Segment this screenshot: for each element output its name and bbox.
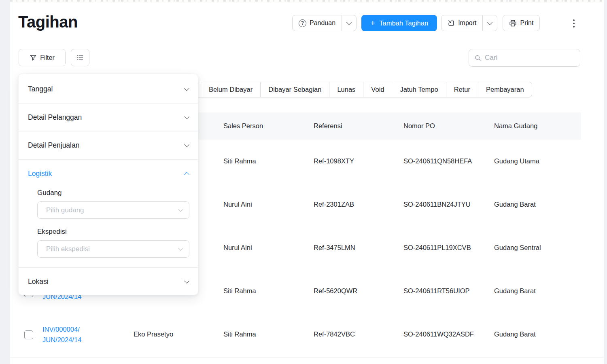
- ekspedisi-label: Ekspedisi: [37, 228, 67, 236]
- cell-nama-gudang: Gudang Utama: [494, 140, 539, 183]
- cell-nomor-po: SO-240611RT56UIOP: [403, 269, 470, 313]
- plus-icon: +: [370, 19, 375, 27]
- gudang-placeholder: Pilih gudang: [46, 206, 84, 214]
- chevron-down-icon: [488, 20, 493, 25]
- filter-section-lokasi[interactable]: Lokasi: [19, 267, 198, 296]
- column-header-referensi: Referensi: [314, 112, 342, 140]
- tab-jatuh-tempo[interactable]: Jatuh Tempo: [392, 82, 446, 97]
- more-actions-button[interactable]: [571, 17, 577, 30]
- tab-void[interactable]: Void: [363, 82, 392, 97]
- ekspedisi-placeholder: Pilih ekspedisi: [46, 245, 90, 253]
- invoice-link[interactable]: INV/000004/ JUN/2024/14: [42, 324, 81, 345]
- search-input[interactable]: [485, 54, 574, 62]
- cell-nomor-po: SO-240611QN58HEFA: [403, 140, 472, 183]
- cell-nama-gudang: Gudang Barat: [494, 313, 536, 356]
- cell-sales-person: Siti Rahma: [223, 269, 256, 313]
- chevron-down-icon: [184, 278, 189, 284]
- header-actions: ? Panduan + Tambah Tagihan Import Pri: [292, 15, 540, 31]
- cell-referensi: Ref-2301ZAB: [314, 183, 354, 226]
- search-icon: [475, 54, 481, 62]
- tab-pembayaran[interactable]: Pembayaran: [478, 82, 532, 97]
- tab-belum-dibayar[interactable]: Belum Dibayar: [201, 82, 260, 97]
- kebab-dot: [573, 26, 575, 28]
- print-icon: [509, 19, 517, 27]
- invoice-number-line2: JUN/2024/14: [42, 334, 81, 345]
- panduan-split-button: ? Panduan: [292, 15, 357, 31]
- panduan-label: Panduan: [310, 19, 335, 27]
- chevron-down-icon: [178, 207, 183, 212]
- tambah-tagihan-label: Tambah Tagihan: [379, 19, 428, 27]
- filter-button[interactable]: Filter: [19, 49, 66, 66]
- cell-referensi: Ref-5620QWR: [314, 269, 357, 313]
- chevron-down-icon: [184, 114, 189, 119]
- cell-nomor-po: SO-240611WQ32ASDF: [403, 313, 474, 356]
- chevron-down-icon: [184, 86, 189, 91]
- ekspedisi-select[interactable]: Pilih ekspedisi: [37, 240, 189, 258]
- filter-section-label: Lokasi: [28, 277, 49, 286]
- cell-nama-gudang: Gudang Barat: [494, 183, 536, 226]
- chevron-down-icon: [178, 245, 183, 251]
- bottom-divider: [10, 358, 604, 358]
- import-icon: [448, 19, 455, 27]
- import-split-button: Import: [441, 15, 497, 31]
- cell-sales-person: Siti Rahma: [223, 313, 256, 356]
- chevron-up-icon: [184, 172, 189, 177]
- status-tabs: Belum Dibayar Dibayar Sebagian Lunas Voi…: [195, 82, 532, 97]
- panduan-button[interactable]: ? Panduan: [293, 15, 342, 31]
- cell-pelanggan: Eko Prasetyo: [134, 313, 173, 356]
- question-circle-icon: ?: [299, 19, 306, 27]
- table-row: INV/000004/ JUN/2024/14 Eko Prasetyo Sit…: [18, 313, 581, 356]
- tab-lunas[interactable]: Lunas: [329, 82, 363, 97]
- cell-sales-person: Nurul Aini: [223, 226, 252, 269]
- clipped-content-strip: [10, 0, 604, 3]
- filter-section-label: Logistik: [28, 169, 52, 178]
- cell-sales-person: Nurul Aini: [223, 183, 252, 226]
- filter-section-tanggal[interactable]: Tanggal: [19, 75, 198, 103]
- column-header-nomor-po: Nomor PO: [403, 112, 435, 140]
- invoice-number-line1: INV/000004/: [42, 324, 81, 334]
- import-button[interactable]: Import: [441, 15, 482, 31]
- cell-nomor-po: SO-240611PL19XCVB: [403, 226, 471, 269]
- import-dropdown-button[interactable]: [482, 15, 497, 31]
- view-options-button[interactable]: [71, 49, 89, 66]
- list-settings-icon: [76, 54, 84, 61]
- gudang-label: Gudang: [37, 189, 62, 197]
- filter-label: Filter: [40, 54, 55, 61]
- import-label: Import: [458, 19, 476, 27]
- tab-retur[interactable]: Retur: [446, 82, 478, 97]
- column-header-sales-person: Sales Person: [223, 112, 263, 140]
- chevron-down-icon: [184, 142, 189, 147]
- filter-section-logistik[interactable]: Logistik: [19, 159, 198, 188]
- row-checkbox[interactable]: [24, 330, 33, 339]
- tab-dibayar-sebagian[interactable]: Dibayar Sebagian: [260, 82, 329, 97]
- cell-referensi: Ref-7842VBC: [314, 313, 355, 356]
- filter-section-detail-penjualan[interactable]: Detail Penjualan: [19, 131, 198, 159]
- cell-sales-person: Siti Rahma: [223, 140, 256, 183]
- filter-section-label: Tanggal: [28, 85, 53, 93]
- filter-funnel-icon: [30, 54, 37, 61]
- print-button[interactable]: Print: [503, 15, 540, 31]
- cell-nama-gudang: Gudang Sentral: [494, 226, 541, 269]
- kebab-dot: [573, 19, 575, 21]
- filter-section-label: Detail Pelanggan: [28, 113, 82, 122]
- cell-referensi: Ref-1098XTY: [314, 140, 354, 183]
- cell-nama-gudang: Gudang Barat: [494, 269, 536, 313]
- search-box: [469, 49, 580, 67]
- filter-panel: Tanggal Detail Pelanggan Detail Penjuala…: [18, 74, 198, 295]
- kebab-dot: [573, 23, 575, 24]
- cell-referensi: Ref-3475LMN: [314, 226, 355, 269]
- chevron-down-icon: [346, 20, 352, 25]
- page-title: Tagihan: [18, 13, 78, 31]
- print-label: Print: [520, 19, 533, 27]
- tambah-tagihan-button[interactable]: + Tambah Tagihan: [361, 15, 437, 31]
- column-header-nama-gudang: Nama Gudang: [494, 112, 537, 140]
- gudang-select[interactable]: Pilih gudang: [37, 201, 189, 219]
- cell-nomor-po: SO-240611BN24JTYU: [403, 183, 471, 226]
- panduan-dropdown-button[interactable]: [342, 15, 356, 31]
- filter-section-detail-pelanggan[interactable]: Detail Pelanggan: [19, 103, 198, 131]
- filter-section-label: Detail Penjualan: [28, 141, 79, 150]
